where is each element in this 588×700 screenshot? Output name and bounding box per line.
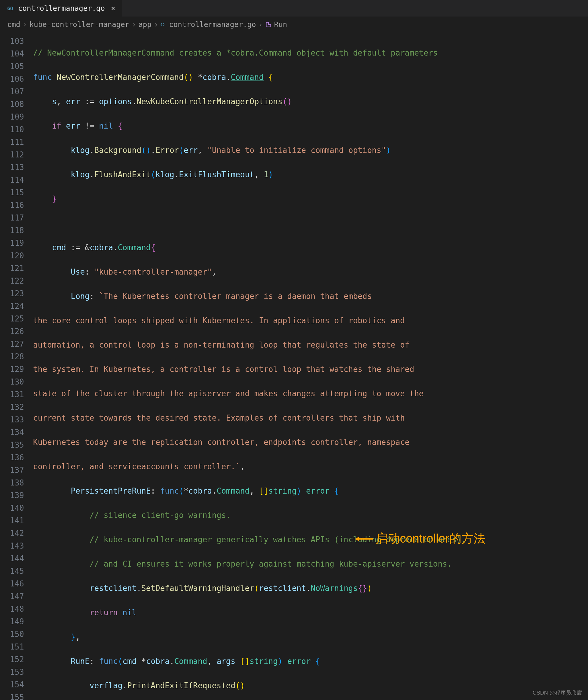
- type: error: [287, 657, 311, 666]
- str: the core control loops shipped with Kube…: [33, 316, 405, 325]
- breadcrumb-item-file[interactable]: controllermanager.go: [169, 19, 256, 30]
- breadcrumb-item[interactable]: cmd: [7, 19, 20, 30]
- pkg: cobra: [202, 73, 226, 82]
- line-number: 145: [0, 565, 24, 577]
- pkg: klog: [71, 146, 90, 155]
- line-number: 154: [0, 678, 24, 691]
- kw: nil: [122, 608, 136, 617]
- file-tab[interactable]: GO controllermanager.go ×: [0, 0, 122, 17]
- line-number: 107: [0, 85, 24, 98]
- line-number: 120: [0, 249, 24, 262]
- line-number: 117: [0, 212, 24, 224]
- field: RunE: [71, 657, 90, 666]
- pkg: cobra: [188, 486, 212, 495]
- type: Command: [217, 486, 250, 495]
- line-number: 103: [0, 35, 24, 47]
- line-number: 118: [0, 224, 24, 237]
- code-editor[interactable]: 1031041051061071081091101111121131141151…: [0, 32, 588, 700]
- fn: SetDefaultWarningHandler: [141, 584, 254, 593]
- kw: return: [90, 608, 118, 617]
- code-area[interactable]: // NewControllerManagerCommand creates a…: [33, 35, 588, 700]
- comment: // NewControllerManagerCommand creates a…: [33, 48, 438, 57]
- fn: Background: [94, 146, 142, 155]
- fn: Error: [155, 146, 179, 155]
- line-number: 124: [0, 300, 24, 312]
- line-number: 151: [0, 641, 24, 653]
- comment: // silence client-go warnings.: [90, 511, 231, 520]
- line-number: 109: [0, 111, 24, 123]
- field: PersistentPreRunE: [71, 486, 151, 495]
- breadcrumb-symbol[interactable]: Run: [274, 19, 287, 30]
- chevron-right-icon: ›: [154, 19, 158, 30]
- str: the system. In Kubernetes, a controller …: [33, 365, 414, 374]
- line-number: 139: [0, 489, 24, 502]
- type: Command: [174, 657, 207, 666]
- chevron-right-icon: ›: [258, 19, 262, 30]
- line-number: 106: [0, 73, 24, 85]
- breadcrumb-item[interactable]: app: [139, 19, 151, 30]
- line-number: 144: [0, 552, 24, 565]
- line-number: 105: [0, 60, 24, 73]
- pkg: restclient: [259, 584, 306, 593]
- kw: nil: [99, 121, 113, 130]
- str: automation, a control loop is a non-term…: [33, 340, 410, 349]
- line-number: 142: [0, 527, 24, 540]
- svg-text:GO: GO: [160, 23, 165, 26]
- symbol-icon: [265, 21, 272, 28]
- pkg: klog: [71, 170, 90, 179]
- go-file-icon: GO: [7, 5, 14, 12]
- str: controller, and serviceaccounts controll…: [33, 462, 240, 471]
- line-number: 149: [0, 615, 24, 628]
- tab-filename: controllermanager.go: [18, 3, 105, 14]
- line-number: 115: [0, 186, 24, 199]
- line-number: 141: [0, 514, 24, 527]
- close-icon[interactable]: ×: [111, 3, 115, 14]
- str: "kube-controller-manager": [94, 267, 212, 276]
- line-number: 108: [0, 98, 24, 111]
- var: err: [66, 121, 80, 130]
- pkg: klog: [155, 170, 174, 179]
- str: "Unable to initialize command options": [207, 146, 386, 155]
- annotation-callout: 启动controller的方法: [355, 529, 486, 547]
- line-number: 129: [0, 363, 24, 376]
- line-number: 110: [0, 123, 24, 136]
- line-number: 119: [0, 237, 24, 249]
- str: `The Kubernetes controller manager is a …: [99, 292, 372, 301]
- line-number: 125: [0, 312, 24, 325]
- var: err: [66, 97, 80, 106]
- line-number: 132: [0, 401, 24, 413]
- line-number: 112: [0, 148, 24, 161]
- line-number: 122: [0, 275, 24, 287]
- breadcrumb-item[interactable]: kube-controller-manager: [29, 19, 129, 30]
- var: s: [52, 97, 57, 106]
- line-number: 143: [0, 540, 24, 552]
- chevron-right-icon: ›: [132, 19, 136, 30]
- str: state of the cluster through the apiserv…: [33, 389, 424, 398]
- line-number: 126: [0, 325, 24, 338]
- fn: PrintAndExitIfRequested: [127, 681, 235, 690]
- line-number: 135: [0, 439, 24, 451]
- line-number: 153: [0, 666, 24, 678]
- line-number: 116: [0, 199, 24, 212]
- annotation-text: 启动controller的方法: [376, 529, 486, 547]
- line-number: 134: [0, 426, 24, 439]
- line-number: 140: [0, 502, 24, 514]
- field: Use: [71, 267, 85, 276]
- svg-marker-3: [355, 537, 359, 541]
- fn: NewControllerManagerCommand: [56, 73, 184, 82]
- var: args: [217, 657, 236, 666]
- line-number: 150: [0, 628, 24, 641]
- var: cmd: [122, 657, 136, 666]
- pkg: restclient: [90, 584, 137, 593]
- pkg: verflag: [90, 681, 123, 690]
- kw: func: [160, 486, 179, 495]
- line-number: 113: [0, 161, 24, 174]
- line-number: 127: [0, 338, 24, 350]
- line-number: 130: [0, 376, 24, 388]
- type: NoWarnings: [311, 584, 358, 593]
- fn: NewKubeControllerManagerOptions: [136, 97, 282, 106]
- type[interactable]: Command: [230, 73, 263, 82]
- field: Long: [71, 292, 90, 301]
- kw: func: [99, 657, 118, 666]
- str: current state towards the desired state.…: [33, 413, 405, 422]
